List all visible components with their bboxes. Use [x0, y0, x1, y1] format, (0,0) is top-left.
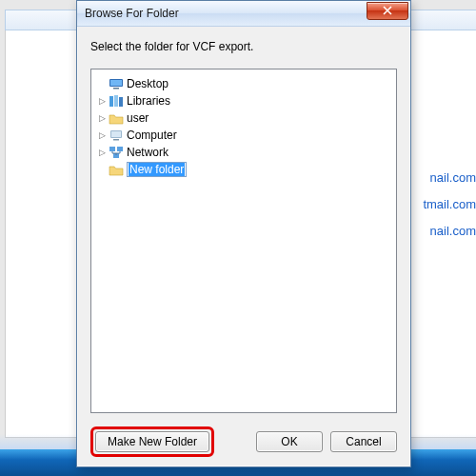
- user-folder-icon: [109, 110, 124, 126]
- expander-icon[interactable]: ▷: [95, 129, 109, 142]
- instruction-text: Select the folder for VCF export.: [77, 27, 410, 59]
- folder-icon: [109, 162, 124, 177]
- tree-node-user[interactable]: ▷ user: [95, 109, 392, 127]
- tree-node-desktop[interactable]: Desktop: [95, 75, 392, 92]
- svg-rect-1: [110, 80, 122, 86]
- close-icon: [383, 6, 392, 15]
- close-button[interactable]: [367, 2, 408, 20]
- expander-icon[interactable]: ▷: [95, 111, 109, 125]
- background-email-fragment: nail.com: [423, 165, 476, 191]
- svg-rect-3: [109, 96, 113, 107]
- computer-icon: [109, 128, 124, 143]
- background-email-list: nail.com tmail.com nail.com: [423, 165, 476, 245]
- background-email-fragment: nail.com: [423, 218, 476, 245]
- dialog-button-row: Make New Folder OK Cancel: [77, 426, 410, 457]
- network-icon: [109, 145, 124, 160]
- expander-icon[interactable]: ▷: [95, 146, 109, 159]
- tree-label: Libraries: [127, 94, 170, 108]
- tree-node-network[interactable]: ▷ Network: [95, 144, 392, 161]
- expander-icon[interactable]: ▷: [95, 94, 109, 108]
- tree-node-libraries[interactable]: ▷ Libraries: [95, 92, 392, 109]
- tree-label: Computer: [127, 129, 177, 142]
- cancel-button[interactable]: Cancel: [330, 431, 397, 452]
- tree-label: Desktop: [127, 77, 169, 90]
- svg-rect-10: [117, 147, 123, 151]
- svg-rect-8: [113, 139, 119, 141]
- titlebar[interactable]: Browse For Folder: [77, 1, 410, 27]
- ok-button[interactable]: OK: [256, 431, 323, 452]
- tree-node-new-folder[interactable]: New folder: [95, 161, 392, 178]
- svg-rect-4: [114, 95, 118, 107]
- tutorial-highlight: Make New Folder: [90, 426, 214, 457]
- svg-rect-7: [111, 131, 121, 137]
- folder-tree[interactable]: Desktop ▷ Libraries: [90, 69, 397, 413]
- svg-rect-9: [109, 147, 115, 151]
- tree-node-computer[interactable]: ▷ Computer: [95, 127, 392, 144]
- tree-label-selected-text: New folder: [129, 163, 185, 176]
- tree-label: user: [127, 111, 149, 125]
- dialog-title: Browse For Folder: [85, 7, 367, 20]
- svg-rect-2: [113, 88, 119, 89]
- tree-label: Network: [127, 146, 169, 159]
- browse-for-folder-dialog: Browse For Folder Select the folder for …: [76, 0, 411, 467]
- libraries-icon: [109, 93, 124, 109]
- make-new-folder-button[interactable]: Make New Folder: [95, 431, 209, 452]
- background-email-fragment: tmail.com: [423, 191, 476, 218]
- desktop-icon: [109, 76, 124, 91]
- tree-label-editing[interactable]: New folder: [127, 162, 187, 177]
- svg-rect-5: [119, 97, 123, 107]
